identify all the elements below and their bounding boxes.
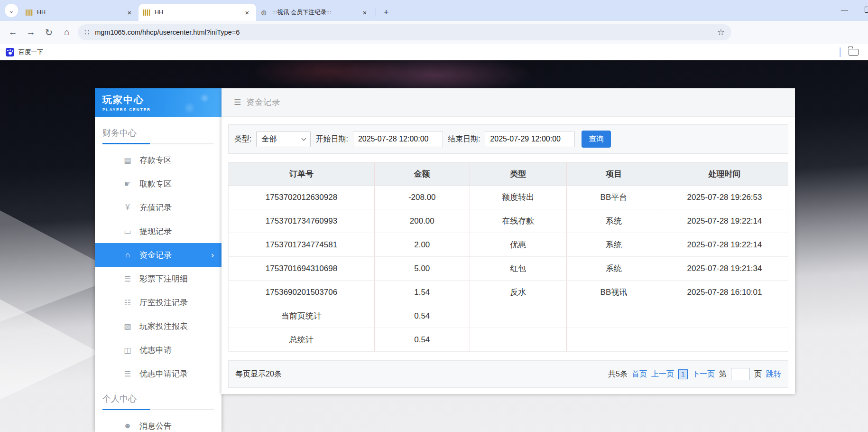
sidebar-section-label: 个人中心 [102, 393, 214, 404]
sidebar-item-label: 玩家投注报表 [139, 321, 188, 332]
site-info-icon[interactable]: ∷ [84, 28, 89, 37]
browser-tab[interactable]: ⊕:::视讯 会员下注纪录:::× [256, 4, 374, 21]
type-select[interactable]: 全部 [256, 131, 311, 147]
table-summary-row: 总统计0.54 [229, 328, 788, 352]
sidebar-item[interactable]: ◫优惠申请 [95, 338, 222, 362]
url-text: mgm1065.com/hhcp/usercenter.html?iniType… [95, 28, 717, 36]
sidebar-item[interactable]: ☻消息公告 [95, 414, 222, 432]
tab-close-icon[interactable]: × [243, 9, 251, 17]
per-page-text: 每页显示20条 [235, 369, 282, 379]
prev-page-link[interactable]: 上一页 [651, 369, 674, 379]
person-icon: ☻ [122, 422, 133, 430]
jump-page-input[interactable] [731, 368, 750, 380]
jump-suffix-label: 页 [754, 369, 762, 379]
table-cell: BB视讯 [566, 281, 661, 304]
reload-icon[interactable]: ↻ [40, 27, 58, 38]
table-header-cell: 项目 [566, 163, 661, 186]
sidebar-item[interactable]: ▧玩家投注报表 [95, 314, 222, 338]
bookmark-label: 百度一下 [18, 48, 43, 56]
table-header-cell: 处理时间 [661, 163, 788, 186]
sidebar-item[interactable]: ¥充值记录 [95, 196, 222, 219]
sidebar-item-label: 优惠申请记录 [139, 368, 188, 379]
forward-icon[interactable]: → [22, 27, 40, 38]
hall-bet-icon: ☷ [122, 298, 133, 307]
table-cell: 2025-07-28 19:22:14 [661, 233, 788, 257]
funds-records-table: 订单号金额类型项目处理时间 1753702012630928-208.00额度转… [228, 162, 788, 352]
table-cell: 0.54 [374, 328, 470, 352]
tab-search-button[interactable]: ⌄ [5, 4, 18, 17]
table-header-row: 订单号金额类型项目处理时间 [229, 163, 788, 186]
browser-toolbar: ← → ↻ ⌂ ∷ mgm1065.com/hhcp/usercenter.ht… [0, 21, 868, 44]
hamburger-menu-icon[interactable]: ☰ [234, 97, 241, 107]
sidebar-item-label: 资金记录 [139, 250, 172, 261]
jump-button[interactable]: 跳转 [766, 369, 781, 379]
type-select-value: 全部 [261, 134, 277, 144]
table-cell: 2025-07-28 19:26:53 [661, 186, 788, 209]
bank-card-icon: ▤ [122, 156, 133, 165]
table-cell: 额度转出 [470, 186, 566, 209]
table-cell: 总统计 [229, 328, 375, 352]
jump-prefix-label: 第 [719, 369, 727, 379]
bookmark-baidu[interactable]: 百度一下 [6, 48, 43, 56]
table-cell: 1753701734774581 [229, 233, 375, 257]
sidebar-item[interactable]: ☛取款专区 [95, 172, 222, 196]
table-cell: 0.54 [374, 304, 470, 328]
first-page-link[interactable]: 首页 [632, 369, 647, 379]
search-button[interactable]: 查询 [582, 131, 611, 148]
sidebar-item[interactable]: ☷厅室投注记录 [95, 291, 222, 314]
bet-detail-icon: ☰ [122, 274, 133, 283]
sidebar-item[interactable]: ☰彩票下注明细 [95, 267, 222, 291]
sidebar-item[interactable]: ▤存款专区 [95, 148, 222, 172]
window-minimize-button[interactable]: — [841, 5, 848, 13]
sidebar-item-label: 优惠申请 [139, 345, 172, 356]
sidebar-item[interactable]: ☰优惠申请记录 [95, 362, 222, 385]
next-page-link[interactable]: 下一页 [692, 369, 715, 379]
back-icon[interactable]: ← [4, 27, 22, 38]
table-cell: 1753690201503706 [229, 281, 375, 304]
window-maximize-button[interactable] [865, 7, 868, 13]
chevron-right-icon: › [211, 250, 214, 260]
address-bar[interactable]: ∷ mgm1065.com/hhcp/usercenter.html?iniTy… [78, 24, 731, 40]
table-cell: 2.00 [374, 233, 470, 257]
sidebar-title: 玩家中心 [102, 94, 222, 106]
section-underline [102, 143, 214, 144]
page-background: 玩家中心 PLAYERS CENTER 财务中心▤存款专区☛取款专区¥充值记录▭… [0, 60, 868, 432]
new-tab-button[interactable]: + [380, 7, 392, 18]
table-cell [470, 328, 566, 352]
all-bookmarks-folder-icon[interactable] [849, 49, 859, 56]
table-header-cell: 金额 [374, 163, 470, 186]
table-cell: 红包 [470, 257, 566, 281]
sidebar-subtitle: PLAYERS CENTER [102, 107, 222, 112]
chevron-down-icon: ⌄ [9, 7, 14, 14]
tab-close-icon[interactable]: × [125, 9, 134, 17]
table-cell: 1753701734760993 [229, 209, 375, 233]
browser-tab[interactable]: HH× [21, 4, 139, 21]
table-cell: 2025-07-28 16:10:01 [661, 281, 788, 304]
table-cell: 1.54 [374, 281, 470, 304]
table-cell: 在线存款 [470, 209, 566, 233]
sidebar-item-label: 提现记录 [139, 226, 172, 237]
money-bag-icon: ¥ [122, 203, 133, 212]
end-date-input[interactable] [485, 131, 575, 147]
sidebar-item[interactable]: ▭提现记录 [95, 219, 222, 243]
tab-strip: HH×HH×⊕:::视讯 会员下注纪录:::×+ [21, 0, 392, 21]
table-header-cell: 订单号 [229, 163, 375, 186]
end-date-label: 结束日期: [448, 134, 480, 144]
tab-close-icon[interactable]: × [360, 9, 369, 17]
current-page-badge[interactable]: 1 [678, 369, 688, 379]
table-cell: 200.00 [374, 209, 470, 233]
table-cell [661, 304, 788, 328]
bookmark-star-icon[interactable]: ☆ [717, 27, 725, 38]
table-cell [566, 304, 661, 328]
tab-title: :::视讯 会员下注纪录::: [272, 9, 360, 17]
funds-icon: ⌂ [122, 251, 133, 259]
browser-tab[interactable]: HH× [139, 4, 256, 21]
home-icon[interactable]: ⌂ [58, 27, 76, 38]
sidebar-item[interactable]: ⌂资金记录› [95, 243, 222, 267]
player-center-sidebar: 玩家中心 PLAYERS CENTER 财务中心▤存款专区☛取款专区¥充值记录▭… [95, 88, 222, 432]
start-date-input[interactable] [353, 131, 443, 147]
table-cell: 系统 [566, 209, 661, 233]
report-chart-icon: ▧ [122, 322, 133, 331]
content-header: ☰ 资金记录 [222, 88, 795, 117]
table-row: 17536902015037061.54反水BB视讯2025-07-28 16:… [229, 281, 788, 304]
